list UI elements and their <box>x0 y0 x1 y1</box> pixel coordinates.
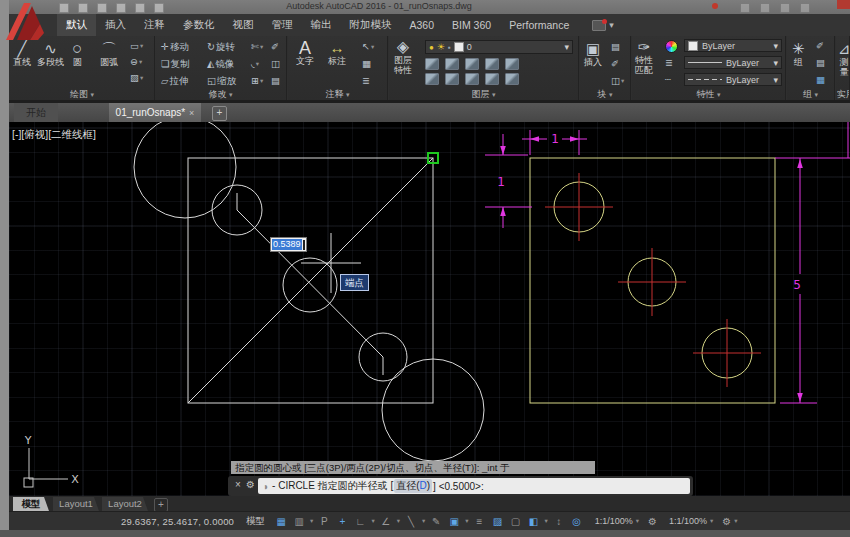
3d-object-snap-dropdown-icon[interactable]: ▾ <box>544 517 547 525</box>
chevron-down-icon[interactable]: ▾ <box>734 517 737 525</box>
panel-label-groups[interactable]: 组 ▾ <box>787 88 834 100</box>
qat-plot-button[interactable] <box>116 3 126 13</box>
qat-save-button[interactable] <box>97 3 107 13</box>
new-drawing-button[interactable]: + <box>212 106 227 121</box>
autocad-logo[interactable] <box>2 0 54 42</box>
close-icon[interactable]: × <box>189 108 194 118</box>
tab-drawing[interactable]: 01_runOsnaps*× <box>109 103 201 122</box>
edit-attributes-button[interactable]: ✐ <box>611 58 619 70</box>
qat-open-button[interactable] <box>78 3 88 13</box>
text-style-button[interactable]: ≣ <box>362 75 370 87</box>
a360-signin-icon[interactable] <box>760 3 770 13</box>
ribbon-tab-insert[interactable]: 插入 <box>96 14 135 36</box>
layer-properties-button[interactable]: ◈ 图层 特性 <box>394 39 412 75</box>
ribbon-tab-view[interactable]: 视图 <box>224 14 263 36</box>
layer-on-button[interactable] <box>425 73 439 85</box>
lineweight-list-button[interactable]: ≣ <box>665 57 673 69</box>
object-snap-tracking-toggle[interactable]: ∠ <box>378 515 394 528</box>
dynamic-ucs-toggle[interactable]: ↕ <box>551 515 567 528</box>
panel-label-utilities[interactable]: 实用 <box>836 88 850 100</box>
panel-label-annotate[interactable]: 注释 ▾ <box>288 88 387 100</box>
match-properties-button[interactable]: ✑ 特性 匹配 <box>635 39 653 75</box>
trim-button[interactable]: ✄▾ <box>251 41 263 53</box>
search-icon[interactable] <box>740 3 750 13</box>
layer-match-button[interactable] <box>505 58 519 70</box>
lineweight-select[interactable]: ByLayer ▾ <box>684 56 782 69</box>
polyline-button[interactable]: ∿ 多段线 <box>37 41 64 67</box>
panel-label-properties[interactable]: 特性 ▾ <box>632 88 785 100</box>
dynamic-input-field[interactable]: 0.5389 <box>270 237 307 252</box>
layer-unisolate-button[interactable] <box>445 73 459 85</box>
ribbon-tab-home[interactable]: 默认 <box>57 14 96 36</box>
group-selection-button[interactable]: ▦ <box>816 74 825 86</box>
new-layout-button[interactable]: + <box>154 498 168 512</box>
hatch-button[interactable]: ▨ ▾ <box>130 72 143 84</box>
ribbon-tab-performance[interactable]: Performance <box>500 14 578 36</box>
qat-new-button[interactable] <box>59 3 69 13</box>
annotation-visibility-toggle[interactable]: ◎ <box>569 515 585 528</box>
object-snap-tracking-dropdown-icon[interactable]: ▾ <box>397 517 400 525</box>
ribbon-tab-a360[interactable]: A360 <box>401 14 444 36</box>
dynamic-input-dropdown-icon[interactable]: ▾ <box>465 517 468 525</box>
qat-undo-button[interactable] <box>135 3 145 13</box>
help-icon[interactable] <box>800 3 810 13</box>
table-button[interactable]: ▦ <box>362 58 371 70</box>
layer-freeze-button[interactable] <box>465 58 479 70</box>
text-button[interactable]: A 文字 <box>296 40 314 66</box>
object-snap-dropdown-icon[interactable]: ▾ <box>422 517 425 525</box>
insert-block-button[interactable]: ▣ 插入 <box>584 41 602 67</box>
fillet-button[interactable]: ◟▾ <box>251 58 259 70</box>
layer-isolate-button[interactable] <box>445 58 459 70</box>
dynamic-input-toggle[interactable]: ▣ <box>446 515 462 528</box>
create-block-button[interactable]: ▤ <box>611 41 620 53</box>
exchange-apps-icon[interactable] <box>780 3 790 13</box>
move-button[interactable]: ✛移动 <box>161 41 189 53</box>
customize-icon[interactable]: ⚙ <box>246 479 255 490</box>
linetype-list-button[interactable]: ┄ <box>665 74 671 86</box>
panel-label-layers[interactable]: 图层 ▾ <box>389 88 578 100</box>
color-wheel-button[interactable] <box>665 40 678 53</box>
transparency-toggle[interactable]: ▨ <box>489 515 505 528</box>
polar-tracking-toggle[interactable]: + <box>334 515 350 528</box>
command-input[interactable]: ◑ - CIRCLE 指定圆的半径或 [ 直径(D) ] <0.5000>: <box>258 478 690 494</box>
settings-gear-icon[interactable]: ⚙ <box>722 516 731 527</box>
tab-start[interactable]: 开始 <box>14 103 58 122</box>
scale-button[interactable]: ◱缩放 <box>207 75 236 87</box>
isometric-drafting-dropdown-icon[interactable]: ▾ <box>371 517 374 525</box>
rectangle-button[interactable]: ▭ ▾ <box>130 40 143 52</box>
ribbon-tab-bim360[interactable]: BIM 360 <box>443 14 500 36</box>
close-icon[interactable]: × <box>235 479 241 490</box>
layer-current-button[interactable] <box>505 73 519 85</box>
model-space-indicator[interactable]: 模型 <box>246 515 265 528</box>
stretch-button[interactable]: ▱拉伸 <box>161 75 188 87</box>
snap-mode-toggle[interactable]: ▥ <box>291 515 307 528</box>
group-button[interactable]: ✳ 组 <box>792 41 805 67</box>
object-snap-toggle[interactable]: ╲ <box>403 515 419 528</box>
line-button[interactable]: ╱ 直线 <box>13 41 31 67</box>
tab-model[interactable]: 模型 <box>13 497 49 511</box>
viewport-scale-value[interactable]: 1:1/100% <box>669 516 707 526</box>
ribbon-tab-manage[interactable]: 管理 <box>263 14 302 36</box>
copy-button[interactable]: ❏复制 <box>161 58 190 70</box>
chevron-down-icon[interactable]: ▾ <box>710 517 713 525</box>
explode-button[interactable]: ◫ <box>271 58 280 70</box>
selection-cycling-toggle[interactable]: ▢ <box>507 515 523 528</box>
qat-redo-button[interactable] <box>154 3 164 13</box>
layer-select[interactable]: ● ☀ ▪ 0 ▾ <box>425 40 573 54</box>
layer-unlock-button[interactable] <box>485 73 499 85</box>
linetype-select[interactable]: ByLayer ▾ <box>684 73 782 86</box>
rotate-button[interactable]: ↻旋转 <box>207 41 235 53</box>
snap-mode-dropdown-icon[interactable]: ▾ <box>310 517 313 525</box>
measure-button[interactable]: ⊿ 测量 <box>838 41 850 77</box>
dimension-button[interactable]: ↔ 标注 <box>328 40 346 66</box>
layer-thaw-button[interactable] <box>465 73 479 85</box>
performance-recorder[interactable]: ▾ <box>592 14 614 36</box>
ribbon-tab-output[interactable]: 输出 <box>302 14 341 36</box>
drawing-area[interactable]: [-][俯视][二维线框] 115YX 0.5389 端点 <box>9 122 850 496</box>
erase-button[interactable]: ✐ <box>271 41 279 53</box>
array-button[interactable]: ⊞▾ <box>251 75 263 87</box>
mirror-button[interactable]: ◭镜像 <box>207 58 234 70</box>
object-color-select[interactable]: ByLayer ▾ <box>684 39 782 52</box>
ribbon-tab-annotate[interactable]: 注释 <box>135 14 174 36</box>
command-option-diameter[interactable]: 直径(D) <box>394 479 432 493</box>
